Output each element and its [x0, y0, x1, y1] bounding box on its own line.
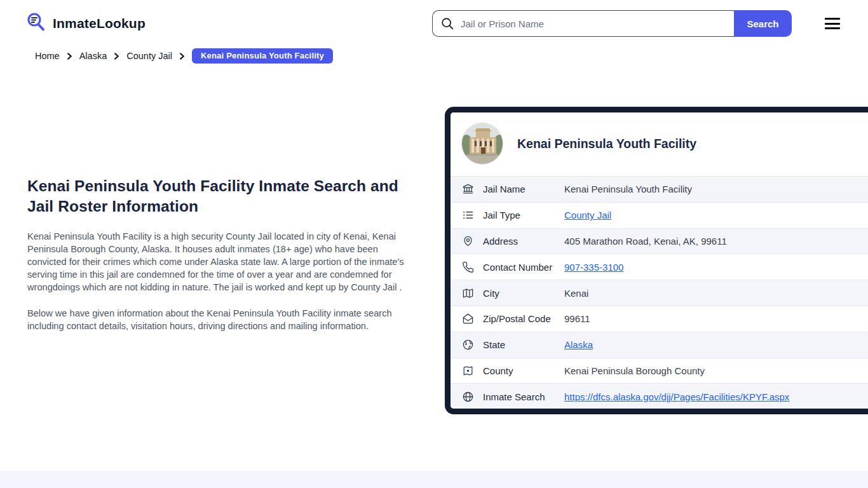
facility-card-title: Kenai Peninsula Youth Facility	[517, 137, 696, 151]
row-label: County	[483, 365, 564, 376]
chevron-right-icon	[179, 53, 186, 60]
search-button[interactable]: Search	[734, 10, 792, 37]
header: InmateLookup Search	[0, 0, 868, 47]
row-value: 99611	[564, 313, 590, 324]
location-pin-icon	[462, 235, 474, 247]
table-row-contact-number: Contact Number 907-335-3100	[451, 254, 868, 280]
table-row-county: County Kenai Peninsula Borough County	[451, 358, 868, 384]
row-label: Zip/Postal Code	[483, 313, 564, 324]
web-icon	[462, 391, 474, 403]
facility-info-table: Jail Name Kenai Peninsula Youth Facility…	[451, 176, 868, 409]
table-row-zip: Zip/Postal Code 99611	[451, 306, 868, 332]
search-bar: Search	[432, 10, 792, 37]
magnifier-logo-icon	[25, 11, 47, 36]
row-value: 405 Marathon Road, Kenai, AK, 99611	[564, 236, 727, 247]
breadcrumb: Home Alaska County Jail Kenai Peninsula …	[35, 48, 333, 64]
search-input[interactable]	[432, 10, 734, 37]
row-label: State	[483, 339, 564, 350]
article: Kenai Peninsula Youth Facility Inmate Se…	[27, 176, 410, 332]
table-row-jail-name: Jail Name Kenai Peninsula Youth Facility	[451, 176, 868, 202]
page: InmateLookup Search Home Alaska County J…	[0, 0, 868, 488]
jail-type-link[interactable]: County Jail	[564, 210, 611, 220]
row-label: Jail Type	[483, 210, 564, 220]
breadcrumb-current-badge: Kenai Peninsula Youth Facility	[192, 48, 333, 64]
row-value: Kenai Peninsula Youth Facility	[564, 184, 692, 194]
state-link[interactable]: Alaska	[564, 339, 593, 350]
hamburger-menu-icon[interactable]	[825, 18, 840, 29]
table-row-jail-type: Jail Type County Jail	[451, 202, 868, 228]
facility-card: Kenai Peninsula Youth Facility Jail Name…	[445, 107, 868, 414]
row-value: Kenai	[564, 288, 588, 299]
row-label: Address	[483, 236, 564, 247]
row-label: Jail Name	[483, 184, 564, 194]
table-row-state: State Alaska	[451, 332, 868, 358]
mail-icon	[462, 313, 474, 325]
table-row-inmate-search: Inmate Search https://dfcs.alaska.gov/dj…	[451, 383, 868, 409]
breadcrumb-alaska[interactable]: Alaska	[79, 51, 107, 61]
inmate-search-link[interactable]: https://dfcs.alaska.gov/djj/Pages/Facili…	[564, 391, 789, 402]
county-map-icon	[462, 365, 474, 377]
map-icon	[462, 287, 474, 299]
breadcrumb-home[interactable]: Home	[35, 51, 60, 61]
row-label: City	[483, 288, 564, 299]
facility-photo	[461, 123, 503, 165]
page-title: Kenai Peninsula Youth Facility Inmate Se…	[27, 176, 410, 217]
globe-icon	[462, 339, 474, 351]
phone-icon	[462, 261, 474, 273]
footer-strip	[0, 471, 868, 488]
row-value: Kenai Peninsula Borough County	[564, 365, 705, 376]
chevron-right-icon	[66, 53, 73, 60]
list-icon	[462, 209, 474, 221]
chevron-right-icon	[113, 53, 120, 60]
article-paragraph-1: Kenai Peninsula Youth Facility is a high…	[27, 230, 410, 294]
brand-logo[interactable]: InmateLookup	[25, 11, 146, 36]
table-row-address: Address 405 Marathon Road, Kenai, AK, 99…	[451, 228, 868, 254]
row-label: Contact Number	[483, 262, 564, 273]
bank-icon	[462, 183, 474, 195]
article-paragraph-2: Below we have given information about th…	[27, 307, 410, 332]
breadcrumb-county-jail[interactable]: County Jail	[126, 51, 172, 61]
facility-card-header: Kenai Peninsula Youth Facility	[451, 112, 868, 176]
table-row-city: City Kenai	[451, 280, 868, 306]
row-label: Inmate Search	[483, 391, 564, 402]
brand-name: InmateLookup	[53, 16, 146, 31]
contact-number-link[interactable]: 907-335-3100	[564, 262, 623, 273]
